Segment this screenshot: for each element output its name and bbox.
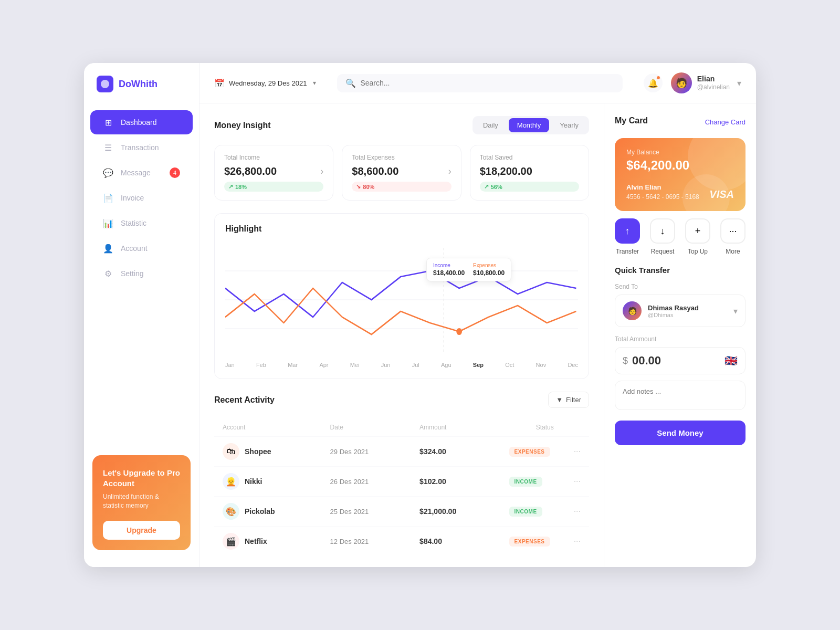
shopee-more-button[interactable]: ···	[563, 447, 581, 456]
sidebar-item-setting[interactable]: ⚙ Setting	[90, 261, 193, 286]
insight-header: Money Insight Daily Monthly Yearly	[214, 116, 589, 134]
tab-yearly[interactable]: Yearly	[551, 118, 587, 132]
send-to-label: Send To	[615, 283, 746, 290]
sidebar-item-transaction[interactable]: ☰ Transaction	[90, 135, 193, 160]
month-jul: Jul	[412, 362, 419, 368]
topup-button[interactable]: + Top Up	[685, 218, 710, 255]
pickolab-amount: $21,000.00	[419, 507, 509, 516]
request-button[interactable]: ↓ Request	[650, 218, 675, 255]
row-account-pickolab: 🎨 Pickolab	[223, 503, 330, 520]
user-name: Elian	[697, 75, 730, 83]
search-input[interactable]	[360, 79, 614, 87]
activity-title: Recent Activity	[214, 395, 275, 405]
filter-label: Filter	[566, 396, 581, 404]
notes-input[interactable]	[615, 381, 746, 410]
row-account-netflix: 🎬 Netflix	[223, 533, 330, 550]
flag-icon: 🇬🇧	[724, 354, 738, 367]
tab-daily[interactable]: Daily	[475, 118, 507, 132]
request-icon: ↓	[650, 218, 675, 244]
netflix-more-button[interactable]: ···	[563, 537, 581, 546]
nikki-more-button[interactable]: ···	[563, 477, 581, 486]
topup-label: Top Up	[688, 248, 708, 255]
expenses-arrow-icon: ›	[448, 166, 452, 177]
tooltip-income-value: $18,400.00	[433, 269, 465, 277]
invoice-icon: 📄	[103, 193, 113, 203]
more-icon: ···	[720, 218, 746, 244]
sidebar-item-message[interactable]: 💬 Message 4	[90, 161, 193, 185]
month-jan: Jan	[225, 362, 235, 368]
income-value: $26,800.00	[224, 165, 277, 177]
sidebar-item-invoice[interactable]: 📄 Invoice	[90, 186, 193, 210]
tab-monthly[interactable]: Monthly	[509, 118, 550, 132]
stat-income: Total Income $26,800.00 › ↗ 18%	[214, 145, 333, 201]
income-arrow-icon: ›	[320, 166, 323, 177]
col-header-status: Status	[509, 424, 581, 431]
stat-expenses: Total Expenses $8,600.00 › ↘ 80%	[342, 145, 461, 201]
netflix-name: Netflix	[245, 537, 267, 545]
transaction-icon: ☰	[103, 142, 113, 153]
sidebar-item-dashboard[interactable]: ⊞ Dashboard	[90, 110, 193, 134]
table-row: 🎨 Pickolab 25 Des 2021 $21,000.00 INCOME…	[214, 496, 589, 526]
recipient-handle: @Dhimas	[648, 312, 727, 318]
nikki-name: Nikki	[245, 477, 262, 486]
recipient-info: Dhimas Rasyad @Dhimas	[648, 304, 727, 318]
month-dec: Dec	[568, 362, 578, 368]
upgrade-button[interactable]: Upgrade	[103, 521, 180, 540]
sidebar-item-label: Message	[121, 169, 151, 177]
sidebar-item-account[interactable]: 👤 Account	[90, 236, 193, 260]
highlight-section: Highlight Income $18,400.00 Expenses $10…	[214, 213, 589, 379]
sidebar-item-label: Transaction	[121, 143, 159, 152]
stat-saved: Total Saved $18,200.00 ↗ 56%	[470, 145, 589, 201]
right-panel: My Card Change Card My Balance $64,200.0…	[604, 103, 756, 567]
chart-tooltip: Income $18,400.00 Expenses $10,800.00	[426, 258, 511, 281]
month-feb: Feb	[256, 362, 266, 368]
recipient-avatar: 🧑	[623, 301, 642, 320]
netflix-status-badge: EXPENSES	[509, 537, 550, 547]
expenses-badge-value: 80%	[363, 184, 374, 190]
filter-icon: ▼	[556, 396, 563, 404]
tooltip-expense-label: Expenses	[473, 262, 505, 268]
tooltip-expense-value: $10,800.00	[473, 269, 505, 277]
card-number: 4556 - 5642 - 0695 - 5168	[626, 193, 734, 201]
month-agu: Agu	[441, 362, 452, 368]
month-jun: Jun	[381, 362, 391, 368]
card-owner: Alvin Elian	[626, 183, 734, 191]
sidebar-item-statistic[interactable]: 📊 Statistic	[90, 211, 193, 235]
month-sep: Sep	[473, 362, 484, 368]
income-badge: ↗ 18%	[224, 182, 323, 192]
notification-button[interactable]: 🔔	[644, 74, 663, 92]
send-money-button[interactable]: Send Money	[615, 421, 746, 445]
activity-header: Recent Activity ▼ Filter	[214, 392, 589, 408]
dashboard-icon: ⊞	[103, 117, 113, 128]
stats-row: Total Income $26,800.00 › ↗ 18% Total Ex…	[214, 145, 589, 201]
expenses-value: $8,600.00	[352, 165, 398, 177]
more-button[interactable]: ··· More	[720, 218, 746, 255]
chart-months: Jan Feb Mar Apr Mei Jun Jul Agu Sep Oct …	[225, 358, 578, 368]
pickolab-more-button[interactable]: ···	[563, 507, 581, 516]
saved-badge: ↗ 56%	[480, 182, 579, 192]
card-visual: My Balance $64,200.00 Alvin Elian 4556 -…	[615, 138, 746, 211]
logo-icon	[97, 76, 113, 92]
transfer-button[interactable]: ↑ Transfer	[615, 218, 640, 255]
table-row: 👱 Nikki 26 Des 2021 $102.00 INCOME ···	[214, 466, 589, 496]
shopee-amount: $324.00	[419, 447, 509, 456]
search-bar: 🔍	[337, 74, 622, 92]
quick-transfer-section: Quick Transfer Send To 🧑 Dhimas Rasyad @…	[615, 266, 746, 445]
user-chevron-icon: ▾	[737, 78, 741, 88]
top-right: 🔔 🧑 Elian @alvinelian ▾	[644, 72, 741, 93]
recipient-selector[interactable]: 🧑 Dhimas Rasyad @Dhimas ▾	[615, 295, 746, 327]
amount-input-row: $ 00.00 🇬🇧	[615, 347, 746, 374]
quick-transfer-title: Quick Transfer	[615, 266, 746, 275]
expenses-label: Total Expenses	[352, 154, 451, 161]
amount-value: 00.00	[632, 354, 724, 368]
account-icon: 👤	[103, 243, 113, 254]
change-card-link[interactable]: Change Card	[705, 118, 746, 126]
card-balance: $64,200.00	[626, 158, 734, 173]
col-header-amount: Ammount	[419, 424, 509, 431]
pickolab-status-badge: INCOME	[509, 507, 542, 517]
avatar: 🧑	[671, 72, 692, 93]
filter-button[interactable]: ▼ Filter	[548, 392, 589, 408]
date-picker[interactable]: 📅 Wednesday, 29 Des 2021 ▾	[214, 78, 316, 88]
user-area[interactable]: 🧑 Elian @alvinelian ▾	[671, 72, 741, 93]
calendar-icon: 📅	[214, 78, 225, 88]
